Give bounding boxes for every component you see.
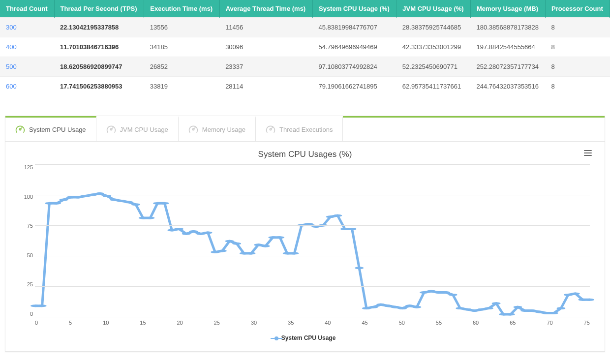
svg-point-36 bbox=[290, 252, 299, 255]
cell-sys: 45.83819984776707 bbox=[312, 18, 396, 37]
cell-mem: 244.76432037353516 bbox=[471, 77, 546, 96]
thread-count-link[interactable]: 600 bbox=[0, 77, 54, 96]
chart-panel: System CPU Usage JVM CPU Usage Memory Us… bbox=[5, 116, 605, 352]
cell-tps: 17.741506253880953 bbox=[54, 77, 144, 96]
thread-count-link[interactable]: 300 bbox=[0, 18, 54, 37]
col-mem[interactable]: Memory Usage (MB) bbox=[471, 0, 546, 18]
cell-exec: 13556 bbox=[144, 18, 219, 37]
cell-avg: 28114 bbox=[219, 77, 312, 96]
cell-jvm: 52.2325450690771 bbox=[396, 57, 471, 77]
svg-point-45 bbox=[355, 267, 364, 269]
svg-point-44 bbox=[348, 228, 357, 230]
cell-proc: 8 bbox=[545, 77, 610, 96]
cell-mem: 197.8842544555664 bbox=[471, 37, 546, 57]
cell-tps: 22.13042195337858 bbox=[54, 18, 144, 37]
table-row: 50018.620586920899747268522333797.108037… bbox=[0, 57, 610, 77]
table-row: 40011.70103846716396341853009654.7964969… bbox=[0, 37, 610, 57]
svg-point-13 bbox=[124, 201, 133, 203]
col-avg-time[interactable]: Average Thread Time (ms) bbox=[219, 0, 312, 18]
svg-point-47 bbox=[369, 306, 378, 308]
svg-point-21 bbox=[182, 233, 191, 235]
cell-proc: 8 bbox=[545, 37, 610, 57]
svg-point-18 bbox=[160, 202, 169, 205]
table-row: 60017.741506253880953338192811479.190616… bbox=[0, 77, 610, 96]
thread-count-link[interactable]: 400 bbox=[0, 37, 54, 57]
chart-menu-icon[interactable] bbox=[582, 147, 594, 159]
svg-point-1 bbox=[38, 304, 47, 307]
svg-point-72 bbox=[549, 312, 558, 314]
table-row: 30022.13042195337858135561145645.8381998… bbox=[0, 18, 610, 37]
x-axis: 051015202530354045505560657075 bbox=[35, 320, 590, 326]
col-tps[interactable]: Thread Per Second (TPS) bbox=[54, 0, 144, 18]
tab-jvm-cpu[interactable]: JVM CPU Usage bbox=[96, 116, 179, 141]
svg-point-26 bbox=[218, 250, 227, 252]
table-header: Thread Count Thread Per Second (TPS) Exe… bbox=[0, 0, 610, 18]
cell-sys: 54.79649696949469 bbox=[312, 37, 396, 57]
col-thread-count[interactable]: Thread Count bbox=[0, 0, 54, 18]
cell-tps: 18.620586920899747 bbox=[54, 57, 144, 77]
cell-sys: 97.10803774992824 bbox=[312, 57, 396, 77]
col-proc[interactable]: Processor Count bbox=[545, 0, 610, 18]
svg-point-4 bbox=[60, 198, 68, 201]
chart-title: System CPU Usages (%) bbox=[15, 150, 595, 159]
cell-mem: 252.28072357177734 bbox=[471, 57, 546, 77]
cell-jvm: 42.33373353001299 bbox=[396, 37, 471, 57]
gauge-icon bbox=[15, 124, 25, 134]
svg-point-3 bbox=[52, 202, 61, 205]
cell-avg: 11456 bbox=[219, 18, 312, 37]
svg-point-51 bbox=[398, 307, 407, 309]
svg-point-63 bbox=[485, 307, 493, 309]
svg-point-20 bbox=[175, 228, 183, 230]
chart-tabs: System CPU Usage JVM CPU Usage Memory Us… bbox=[5, 116, 605, 142]
tab-thread-exec[interactable]: Thread Executions bbox=[256, 116, 343, 141]
svg-point-32 bbox=[261, 245, 270, 247]
chart-plot[interactable]: 1251007550250 bbox=[35, 164, 590, 317]
cell-avg: 23337 bbox=[219, 57, 312, 77]
gauge-icon bbox=[188, 124, 198, 134]
svg-point-34 bbox=[275, 236, 284, 239]
gauge-icon bbox=[106, 124, 116, 134]
svg-point-67 bbox=[513, 306, 522, 308]
svg-point-66 bbox=[506, 313, 515, 316]
metrics-table: Thread Count Thread Per Second (TPS) Exe… bbox=[0, 0, 610, 96]
svg-point-28 bbox=[232, 243, 241, 245]
tab-memory[interactable]: Memory Usage bbox=[179, 116, 256, 141]
svg-point-22 bbox=[189, 230, 198, 233]
col-sys-cpu[interactable]: System CPU Usage (%) bbox=[312, 0, 396, 18]
thread-count-link[interactable]: 500 bbox=[0, 57, 54, 77]
cell-mem: 180.38568878173828 bbox=[471, 18, 546, 37]
svg-point-53 bbox=[412, 306, 421, 308]
svg-point-24 bbox=[204, 231, 213, 234]
svg-point-42 bbox=[333, 214, 342, 217]
tab-system-cpu[interactable]: System CPU Usage bbox=[5, 116, 96, 141]
svg-point-16 bbox=[146, 217, 154, 219]
svg-point-30 bbox=[246, 252, 255, 255]
cell-exec: 34185 bbox=[144, 37, 219, 57]
cell-jvm: 28.38375925744685 bbox=[396, 18, 471, 37]
gauge-icon bbox=[266, 124, 275, 134]
cell-tps: 11.70103846716396 bbox=[54, 37, 144, 57]
svg-point-75 bbox=[571, 292, 580, 295]
cell-exec: 26852 bbox=[144, 57, 219, 77]
svg-point-77 bbox=[585, 299, 594, 301]
svg-point-14 bbox=[131, 203, 140, 206]
col-jvm-cpu[interactable]: JVM CPU Usage (%) bbox=[396, 0, 471, 18]
col-exec-time[interactable]: Execution Time (ms) bbox=[144, 0, 219, 18]
cell-proc: 8 bbox=[545, 57, 610, 77]
legend-marker-icon bbox=[274, 336, 278, 340]
cell-exec: 33819 bbox=[144, 77, 219, 96]
chart-legend[interactable]: System CPU Usage bbox=[15, 334, 595, 341]
svg-point-58 bbox=[449, 294, 458, 296]
svg-point-64 bbox=[492, 302, 501, 304]
cell-jvm: 62.95735411737661 bbox=[396, 77, 471, 96]
cell-proc: 8 bbox=[545, 18, 610, 37]
cell-avg: 30096 bbox=[219, 37, 312, 57]
svg-point-27 bbox=[225, 240, 234, 243]
svg-point-73 bbox=[556, 307, 565, 309]
cell-sys: 79.19061662741895 bbox=[312, 77, 396, 96]
svg-point-57 bbox=[441, 291, 450, 294]
